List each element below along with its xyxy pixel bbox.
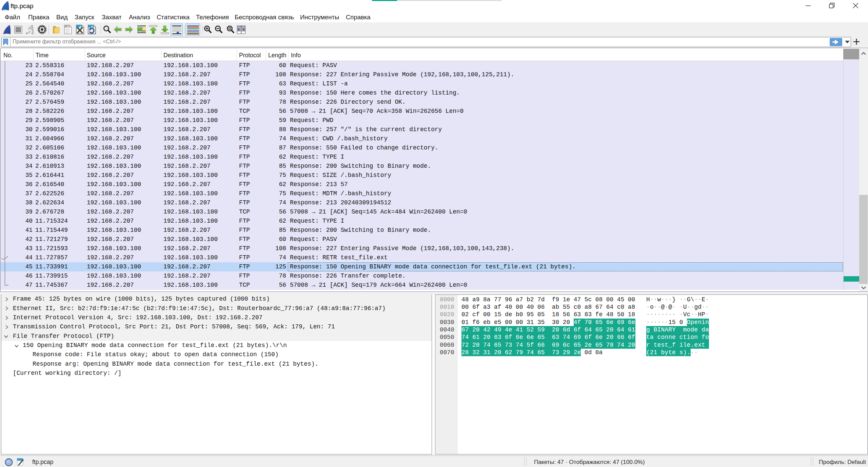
svg-text:0111: 0111	[66, 32, 70, 34]
